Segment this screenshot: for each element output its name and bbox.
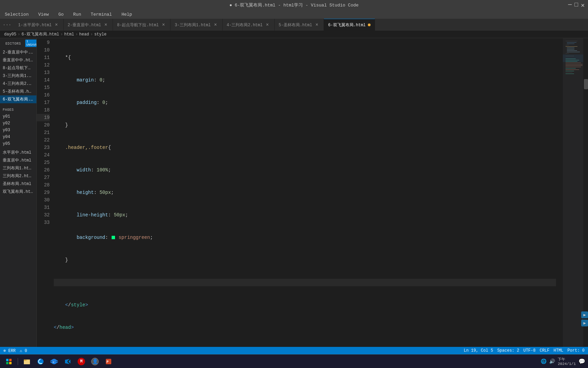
sidebar-item-1[interactable]: 2-垂直居中中.html	[0, 48, 36, 56]
taskbar-app-explorer[interactable]	[21, 356, 33, 367]
tab-2-close[interactable]: ×	[103, 22, 109, 28]
taskbar-app-ie[interactable]: e	[48, 356, 60, 367]
start-button[interactable]	[3, 356, 15, 367]
tab-4-label: 3-三列布局1.html	[175, 22, 211, 28]
tab-1-close[interactable]: ×	[54, 22, 59, 28]
sidebar-item-3[interactable]: 8-起点导航下拉..	[0, 64, 36, 72]
svg-rect-17	[566, 64, 583, 64]
minimize-button[interactable]: ─	[568, 1, 572, 9]
menu-help[interactable]: Help	[119, 11, 134, 18]
menu-run[interactable]: Run	[71, 11, 83, 18]
tab-3[interactable]: 8-起点导航下拉.html ×	[113, 19, 170, 31]
tab-5[interactable]: 4-三列布局2.html ×	[223, 19, 275, 31]
menu-terminal[interactable]: Terminal	[88, 11, 114, 18]
tab-more[interactable]: ···	[0, 19, 14, 31]
vscode-icon	[64, 358, 71, 365]
sidebar-item-7[interactable]: 6-双飞翼布局.html..	[0, 95, 36, 103]
menu-selection[interactable]: Selection	[3, 11, 31, 18]
scroll-down-btn[interactable]: ▶	[581, 311, 588, 318]
taskbar-right: 🌐 🔊 下午2024/1/1 💬	[541, 357, 585, 366]
scroll-right-btn[interactable]: ▶	[581, 320, 588, 326]
sidebar-y05[interactable]: y05	[0, 140, 36, 147]
title-bar-controls[interactable]: ─ □ ✕	[568, 1, 585, 9]
svg-rect-14	[566, 60, 579, 60]
sidebar-y03[interactable]: y03	[0, 127, 36, 134]
svg-rect-8	[567, 50, 577, 51]
breadcrumb-style[interactable]: style	[94, 32, 107, 37]
title-text: ● 6-双飞翼布局.html - html学习 - Visual Studio …	[229, 2, 359, 8]
status-line-ending[interactable]: CRLF	[540, 348, 550, 353]
svg-rect-3	[567, 44, 574, 44]
taskbar-app-ppt[interactable]: P	[102, 356, 115, 367]
status-spaces[interactable]: Spaces: 2	[497, 348, 519, 353]
tab-bar: ··· 1-水平居中.html × 2-垂直居中.html × 8-起点导航下拉…	[0, 19, 588, 31]
sidebar-shuiping[interactable]: 水平居中.html	[0, 149, 36, 156]
tab-6-close[interactable]: ×	[314, 22, 320, 28]
svg-rect-4	[566, 45, 569, 45]
code-line-16: line-height: 50px;	[54, 211, 556, 219]
close-button[interactable]: ✕	[581, 1, 585, 9]
code-line-15: height: 50px;	[54, 189, 556, 196]
tab-2[interactable]: 2-垂直居中.html ×	[64, 19, 113, 31]
code-line-10: margin: 0;	[54, 76, 556, 84]
sidebar-item-6[interactable]: 5-圣杯布局.html..	[0, 88, 36, 95]
status-port[interactable]: Port: 0	[568, 348, 585, 353]
svg-rect-22	[566, 71, 574, 71]
code-line-20: </style>	[54, 301, 556, 309]
scroll-handle[interactable]	[584, 79, 588, 89]
sidebar-y01[interactable]: y01	[0, 113, 36, 120]
code-line-17: background: springgreen;	[54, 234, 556, 241]
taskbar-app-vscode[interactable]	[62, 356, 74, 367]
network-icon[interactable]: 🌐	[541, 358, 546, 364]
taskbar-app-red[interactable]: M	[75, 356, 87, 367]
tab-4[interactable]: 3-三列布局1.html ×	[170, 19, 223, 31]
unsaved-badge: 1 UNSAVED	[25, 40, 37, 47]
tab-5-close[interactable]: ×	[265, 22, 270, 28]
color-swatch-springgreen	[112, 236, 115, 239]
sidebar-sanlie2[interactable]: 三列布局2.html	[0, 172, 36, 180]
tab-1[interactable]: 1-水平居中.html ×	[14, 19, 63, 31]
menu-view[interactable]: View	[36, 11, 51, 18]
tab-5-label: 4-三列布局2.html	[227, 22, 263, 28]
sidebar-sanlie1[interactable]: 三列布局1.html	[0, 164, 36, 172]
breadcrumb-head[interactable]: head	[79, 32, 89, 37]
code-line-12: }	[54, 121, 556, 129]
tab-6[interactable]: 5-圣杯布局.html ×	[275, 19, 324, 31]
svg-rect-2	[567, 42, 576, 43]
taskbar-app-edge[interactable]	[34, 356, 47, 367]
sidebar-item-4[interactable]: 3-三列布局1.html	[0, 72, 36, 80]
svg-rect-21	[566, 70, 579, 70]
svg-rect-19	[566, 67, 581, 67]
svg-rect-24	[566, 74, 574, 74]
tab-3-close[interactable]: ×	[161, 22, 166, 28]
maximize-button[interactable]: □	[574, 1, 578, 9]
tab-4-close[interactable]: ×	[213, 22, 218, 28]
taskbar-app-avatar[interactable]: 👤	[89, 356, 101, 367]
sidebar-y02[interactable]: y02	[0, 120, 36, 127]
sidebar-shengbei[interactable]: 圣杯布局.html	[0, 180, 36, 188]
svg-rect-1	[566, 41, 577, 41]
time-display[interactable]: 下午2024/1/1	[558, 357, 576, 366]
notification-icon[interactable]: 💬	[578, 358, 585, 365]
sidebar-chuizhi[interactable]: 垂直居中.html	[0, 156, 36, 164]
sidebar-item-5[interactable]: 4-三列布局2.html..	[0, 80, 36, 88]
status-cursor[interactable]: Ln 19, Col 5	[464, 348, 493, 353]
svg-rect-15	[566, 61, 577, 62]
sidebar-shuangfei[interactable]: 双飞翼布局.html	[0, 188, 36, 196]
volume-icon[interactable]: 🔊	[549, 358, 555, 364]
tab-7[interactable]: 6-双飞翼布局.html	[324, 19, 375, 31]
sidebar-item-2[interactable]: 垂直居中中.html..	[0, 56, 36, 64]
status-encoding[interactable]: UTF-8	[523, 348, 536, 353]
status-errors[interactable]: ⊗ ERR	[3, 348, 16, 353]
breadcrumb-day05[interactable]: day05	[4, 32, 16, 37]
breadcrumb-html[interactable]: html	[64, 32, 74, 37]
code-editor[interactable]: 9 10 11 12 13 14 15 16 17 18 19 20 21 22…	[37, 38, 563, 347]
editor-area: 9 10 11 12 13 14 15 16 17 18 19 20 21 22…	[37, 38, 563, 347]
status-warnings[interactable]: ⚠ 0	[20, 348, 27, 353]
tab-7-label: 6-双飞翼布局.html	[328, 22, 365, 28]
status-language[interactable]: HTML	[554, 348, 564, 353]
breadcrumb-file[interactable]: 6-双飞翼布局.html	[21, 31, 59, 37]
menu-go[interactable]: Go	[56, 11, 66, 18]
sidebar-y04[interactable]: y04	[0, 134, 36, 140]
code-content[interactable]: *{ margin: 0; padding: 0; } .header,.foo…	[54, 38, 563, 347]
